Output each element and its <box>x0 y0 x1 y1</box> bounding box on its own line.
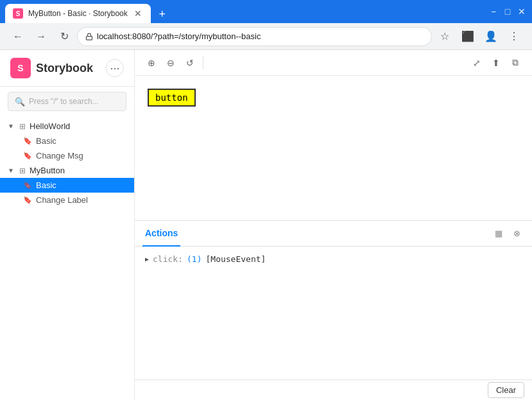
story-icon: 🔖 <box>23 137 32 145</box>
sidebar-header: S Storybook ··· <box>0 50 134 87</box>
panel-close-button[interactable]: ⊗ <box>509 226 524 241</box>
menu-button[interactable]: ⋮ <box>504 26 524 47</box>
tab-actions[interactable]: Actions <box>142 221 180 247</box>
demo-button[interactable]: button <box>148 89 196 107</box>
bookmark-button[interactable]: ☆ <box>434 26 455 47</box>
action-count: (1) <box>187 254 202 264</box>
browser-frame: S MyButton - Basic · Storybook ✕ + − □ ✕… <box>0 0 532 400</box>
tab-title: MyButton - Basic · Storybook <box>28 9 128 18</box>
browser-toolbar: ← → ↻ localhost:8080/?path=/story/mybutt… <box>0 23 532 50</box>
story-icon: 🔖 <box>23 181 32 189</box>
main-content: S Storybook ··· 🔍 Press "/" to search...… <box>0 50 532 400</box>
tree-item-mybutton-changelabel[interactable]: 🔖 Change Label <box>0 193 134 207</box>
story-icon: 🔖 <box>23 152 32 160</box>
search-placeholder-text: Press "/" to search... <box>29 97 99 106</box>
address-bar[interactable]: localhost:8080/?path=/story/mybutton--ba… <box>77 27 432 46</box>
tree-group-helloworld[interactable]: ▼ ⊞ HelloWorld <box>0 119 134 134</box>
sidebar-menu-button[interactable]: ··· <box>106 59 124 77</box>
window-controls: − □ ✕ <box>488 6 527 17</box>
profile-button[interactable]: 👤 <box>481 26 501 47</box>
back-button[interactable]: ← <box>8 26 28 47</box>
zoom-out-button[interactable]: ⊖ <box>162 54 180 72</box>
story-icon: 🔖 <box>23 196 32 204</box>
panel-tab-right: ▦ ⊗ <box>491 226 524 241</box>
preview-toolbar-right: ⤢ ⬆ ⧉ <box>468 54 524 72</box>
clear-button[interactable]: Clear <box>488 382 524 398</box>
chevron-down-icon: ▼ <box>8 167 15 174</box>
preview-toolbar: ⊕ ⊖ ↺ ⤢ ⬆ ⧉ <box>135 50 532 76</box>
lock-icon <box>85 33 93 40</box>
bottom-panel: Actions ▦ ⊗ ▶ click: (1) [MouseEvent] <box>135 220 532 400</box>
action-key: click: <box>153 254 183 264</box>
group-name-mybutton: MyButton <box>30 166 65 175</box>
active-tab[interactable]: S MyButton - Basic · Storybook ✕ <box>5 4 151 23</box>
tree-group-mybutton[interactable]: ▼ ⊞ MyButton <box>0 163 134 178</box>
tab-close-button[interactable]: ✕ <box>133 8 143 19</box>
minimize-button[interactable]: − <box>488 6 499 17</box>
zoom-reset-button[interactable]: ↺ <box>181 54 199 72</box>
sidebar: S Storybook ··· 🔍 Press "/" to search...… <box>0 50 135 400</box>
extensions-button[interactable]: ⬛ <box>458 26 478 47</box>
search-icon: 🔍 <box>15 97 25 107</box>
action-type: [MouseEvent] <box>205 254 266 264</box>
group-icon: ⊞ <box>19 122 26 131</box>
svg-rect-0 <box>87 36 92 40</box>
sidebar-title: Storybook <box>36 62 93 75</box>
tree-item-helloworld-basic[interactable]: 🔖 Basic <box>0 134 134 148</box>
search-box[interactable]: 🔍 Press "/" to search... <box>8 92 126 111</box>
forward-button[interactable]: → <box>31 26 51 47</box>
zoom-in-button[interactable]: ⊕ <box>142 54 160 72</box>
panel-footer: Clear <box>135 379 532 400</box>
url-text: localhost:8080/?path=/story/mybutton--ba… <box>97 31 424 41</box>
toolbar-right: ☆ ⬛ 👤 ⋮ <box>434 26 524 47</box>
tree-item-label: Change Msg <box>36 151 83 161</box>
panel-content: ▶ click: (1) [MouseEvent] <box>135 247 532 379</box>
tab-favicon: S <box>13 8 23 19</box>
tree-item-mybutton-basic[interactable]: 🔖 Basic <box>0 178 134 193</box>
tree-item-label: Change Label <box>36 195 88 205</box>
toolbar-divider <box>203 57 203 69</box>
content-area: ⊕ ⊖ ↺ ⤢ ⬆ ⧉ button Actions ▦ <box>135 50 532 400</box>
fullscreen-button[interactable]: ⤢ <box>468 54 486 72</box>
titlebar: S MyButton - Basic · Storybook ✕ + − □ ✕ <box>0 0 532 23</box>
maximize-button[interactable]: □ <box>502 6 513 17</box>
tab-bar: S MyButton - Basic · Storybook ✕ + <box>5 0 171 23</box>
reload-button[interactable]: ↻ <box>54 26 74 47</box>
new-tab-button[interactable]: + <box>153 5 171 23</box>
copy-button[interactable]: ⧉ <box>506 54 524 72</box>
action-expand-arrow[interactable]: ▶ <box>145 256 149 263</box>
close-button[interactable]: ✕ <box>517 6 527 17</box>
action-entry: ▶ click: (1) [MouseEvent] <box>145 254 522 264</box>
tree-item-label: Basic <box>36 180 56 190</box>
group-name-helloworld: HelloWorld <box>30 121 70 131</box>
sidebar-tree: ▼ ⊞ HelloWorld 🔖 Basic 🔖 Change Msg ▼ ⊞ … <box>0 116 134 210</box>
tree-item-helloworld-changemsg[interactable]: 🔖 Change Msg <box>0 148 134 163</box>
preview-canvas: button <box>135 76 532 220</box>
share-button[interactable]: ⬆ <box>487 54 505 72</box>
storybook-logo: S <box>10 58 31 78</box>
tree-item-label: Basic <box>36 136 56 146</box>
panel-grid-button[interactable]: ▦ <box>491 226 506 241</box>
chevron-down-icon: ▼ <box>8 123 15 130</box>
panel-tabs: Actions ▦ ⊗ <box>135 221 532 247</box>
group-icon: ⊞ <box>19 166 26 175</box>
